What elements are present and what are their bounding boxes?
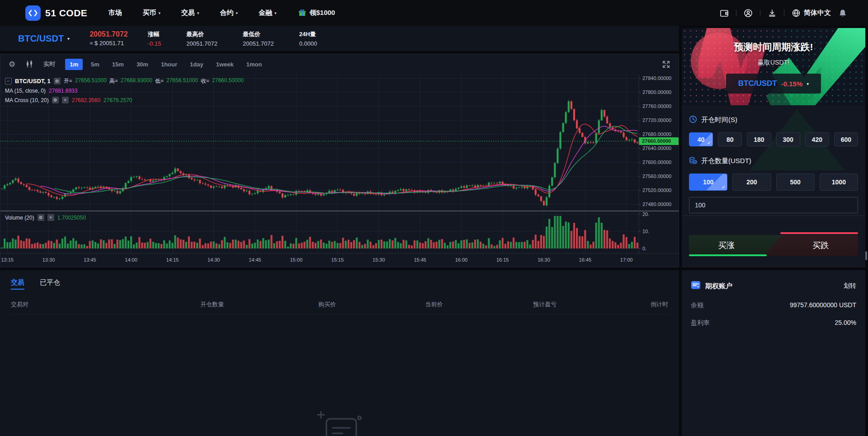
account-row: 余额99757.60000000 USDT [691, 301, 856, 309]
time-option-40[interactable]: 40✓ [689, 132, 713, 146]
nav-item-金融[interactable]: 金融▾ [259, 9, 277, 17]
row-label: 盈利率 [691, 319, 710, 327]
time-option-300[interactable]: 300 [776, 132, 800, 146]
svg-text:16:15: 16:15 [496, 257, 509, 263]
gift-icon [298, 9, 306, 18]
amount-input[interactable] [689, 197, 858, 213]
series-settings-gear-icon[interactable]: ⚙ [54, 78, 61, 84]
amount-option-1000[interactable]: 1000 [820, 173, 858, 191]
interval-30m[interactable]: 30m [132, 59, 153, 70]
selector-change: -0.15% [781, 80, 803, 88]
clock-icon [689, 115, 697, 125]
interval-1mon[interactable]: 1mon [242, 59, 267, 70]
svg-text:10.: 10. [642, 229, 649, 234]
open-time-label-row: 开仓时间(S) [689, 115, 858, 125]
language-selector[interactable]: 简体中文 [792, 9, 831, 18]
tab-已平仓[interactable]: 已平仓 [40, 278, 60, 290]
stat-label: 涨幅 [148, 30, 161, 38]
amount-option-500[interactable]: 500 [776, 173, 815, 191]
volume-label: Volume (20) [5, 215, 34, 221]
collapse-icon[interactable]: − [5, 78, 12, 84]
logo[interactable]: 51 CODE [25, 5, 87, 21]
chart-settings-gear-icon[interactable]: ⚙ [9, 60, 15, 69]
right-column: 预测时间周期涨跌! 赢取USDT! BTC/USDT -0.15% ▾ 开仓时间 [682, 28, 865, 436]
svg-text:27600.00000: 27600.00000 [642, 159, 671, 165]
interval-1m[interactable]: 1m [65, 59, 83, 70]
ohlc-label: 收= [201, 77, 209, 85]
nav-item-label: 市场 [108, 9, 122, 17]
nav-item-合约[interactable]: 合约▾ [220, 9, 238, 17]
transfer-link[interactable]: 划转 [844, 282, 856, 290]
tab-交易[interactable]: 交易 [11, 278, 24, 290]
nav-item-市场[interactable]: 市场 [108, 9, 122, 17]
notifications-bell-icon[interactable] [838, 9, 847, 18]
chart-toolbar: ⚙ 实时 1m5m15m30m1hour1day1week1mon [0, 54, 679, 74]
time-option-420[interactable]: 420 [805, 132, 829, 146]
time-options: 40✓80180300420600 [689, 132, 858, 146]
top-nav: 51 CODE 市场买币▾交易▾合约▾金融▾ 领$1000 [0, 0, 868, 26]
volume-value: 1.70025050 [57, 215, 86, 221]
open-time-label: 开仓时间(S) [701, 116, 737, 124]
wallet-icon[interactable] [720, 9, 729, 18]
account-row: 盈利率25.00% [691, 319, 856, 327]
legend-ma-row: MA (15, close, 0) 27681.6933 [5, 88, 244, 94]
nav-item-label: 交易 [181, 9, 195, 17]
svg-text:14:00: 14:00 [125, 257, 137, 263]
interval-15m[interactable]: 15m [108, 59, 128, 70]
col-header: 预计盈亏 [487, 300, 602, 309]
col-header: 交易对 [11, 300, 151, 309]
svg-text:15:15: 15:15 [331, 257, 344, 263]
open-amount-label: 开仓数量(USDT) [701, 157, 751, 165]
time-option-180[interactable]: 180 [747, 132, 771, 146]
interval-5m[interactable]: 5m [86, 59, 104, 70]
ohlc-value: 27660.50000 [212, 77, 244, 85]
fullscreen-icon[interactable] [662, 60, 670, 69]
stat-label: 最低价 [243, 30, 274, 38]
ticker-stat: 最高价20051.7072 [186, 30, 217, 47]
last-price: 20051.7072 [90, 30, 128, 38]
account-icon[interactable] [744, 9, 753, 18]
amount-option-100[interactable]: 100✓ [689, 173, 727, 191]
nav-menu: 市场买币▾交易▾合约▾金融▾ [108, 9, 276, 17]
ticker-bar: BTC/USDT ▾ 20051.7072 ≈ $ 20051.71 涨幅-0.… [0, 26, 679, 51]
promo-banner: 预测时间周期涨跌! 赢取USDT! BTC/USDT -0.15% ▾ [682, 28, 865, 105]
svg-text:14:15: 14:15 [166, 257, 179, 263]
promo-bonus-button[interactable]: 领$1000 [298, 9, 335, 18]
volume-settings-gear-icon[interactable]: ⚙ [38, 214, 44, 221]
empty-state-icon [315, 410, 364, 436]
nav-item-买币[interactable]: 买币▾ [142, 9, 160, 17]
nav-item-交易[interactable]: 交易▾ [181, 9, 199, 17]
realtime-mode-button[interactable]: 实时 [43, 60, 55, 68]
volume-remove-icon[interactable]: × [47, 214, 54, 221]
ma-label: MA (15, close, 0) [5, 88, 46, 94]
svg-text:27800.00000: 27800.00000 [642, 89, 671, 95]
banner-title: 预测时间周期涨跌! [682, 41, 865, 53]
chart-type-icon[interactable] [25, 60, 33, 68]
svg-text:17:00: 17:00 [620, 257, 633, 263]
macross-remove-icon[interactable]: × [62, 97, 69, 103]
svg-text:16:30: 16:30 [538, 257, 550, 263]
time-option-600[interactable]: 600 [834, 132, 858, 146]
interval-1day[interactable]: 1day [185, 59, 208, 70]
pair-selector[interactable]: BTC/USDT ▾ [18, 33, 70, 44]
interval-1week[interactable]: 1week [212, 59, 238, 70]
macross-settings-gear-icon[interactable]: ⚙ [52, 97, 59, 103]
interval-1hour[interactable]: 1hour [156, 59, 182, 70]
option-account-panel: 期权账户 划转 余额99757.60000000 USDT盈利率25.00% [682, 270, 865, 436]
time-option-80[interactable]: 80 [718, 132, 742, 146]
svg-text:27660.50000: 27660.50000 [642, 138, 671, 144]
amount-option-200[interactable]: 200 [732, 173, 771, 191]
check-icon: ✓ [707, 140, 711, 146]
option-pair-selector[interactable]: BTC/USDT -0.15% ▾ [726, 74, 821, 94]
svg-text:27480.00000: 27480.00000 [642, 202, 671, 207]
ticker-stat: 涨幅-0.15 [148, 30, 161, 47]
download-app-icon[interactable] [768, 9, 777, 18]
svg-text:27640.00000: 27640.00000 [642, 145, 671, 151]
col-header: 购买价 [274, 300, 381, 309]
svg-text:15:30: 15:30 [373, 257, 385, 263]
option-trade-panel: 预测时间周期涨跌! 赢取USDT! BTC/USDT -0.15% ▾ 开仓时间 [682, 28, 865, 267]
scrollbar-thumb[interactable] [865, 251, 867, 260]
selector-pair: BTC/USDT [738, 79, 777, 88]
stat-value: 20051.7072 [243, 40, 274, 47]
chart-body: 27840.0000027800.0000027760.0000027720.0… [0, 74, 679, 267]
